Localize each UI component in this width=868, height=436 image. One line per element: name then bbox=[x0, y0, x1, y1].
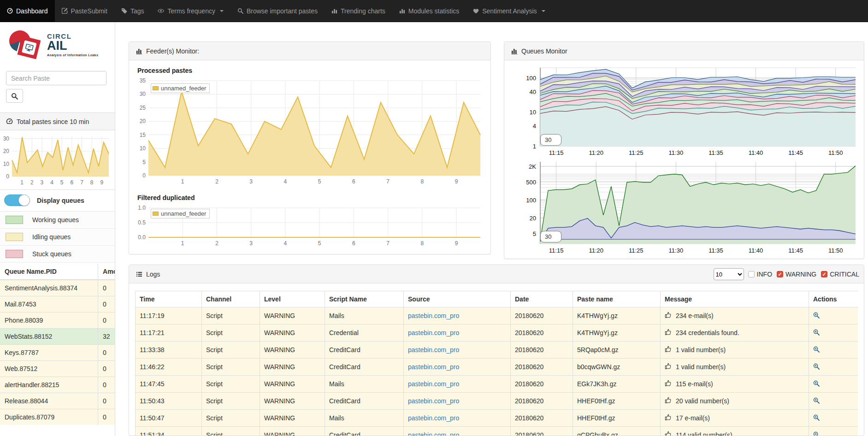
source-link[interactable]: pastebin.com_pro bbox=[408, 329, 459, 336]
search-button[interactable] bbox=[6, 89, 23, 103]
column-header-script-name: Script Name bbox=[325, 291, 404, 307]
legend-swatch bbox=[153, 86, 159, 90]
nav-item-label: PasteSubmit bbox=[71, 7, 107, 15]
search-paste-input[interactable] bbox=[6, 71, 106, 85]
column-header-paste-name: Paste name bbox=[573, 291, 661, 307]
source-link[interactable]: pastebin.com_pro bbox=[408, 312, 459, 319]
filter-label: CRITICAL bbox=[830, 271, 859, 278]
log-date-cell: 20180620 bbox=[511, 342, 573, 359]
svg-text:10: 10 bbox=[140, 145, 146, 152]
svg-text:5: 5 bbox=[60, 179, 64, 186]
nav-item-modules-statistics[interactable]: Modules statistics bbox=[392, 0, 466, 22]
svg-text:11:15: 11:15 bbox=[549, 247, 564, 254]
log-time-cell: 11:17:19 bbox=[136, 307, 202, 324]
display-queues-toggle[interactable] bbox=[4, 194, 30, 206]
log-script-cell: Mails bbox=[325, 376, 404, 393]
search-icon bbox=[237, 8, 243, 14]
log-actions-cell bbox=[809, 324, 858, 342]
filter-info[interactable]: INFO bbox=[748, 271, 772, 278]
svg-text:100: 100 bbox=[526, 197, 536, 204]
source-link[interactable]: pastebin.com_pro bbox=[408, 414, 459, 422]
nav-item-trending-charts[interactable]: Trending charts bbox=[325, 0, 392, 22]
nav-item-browse-important-pastes[interactable]: Browse important pastes bbox=[230, 0, 325, 22]
nav-item-label: Dashboard bbox=[16, 7, 48, 15]
nav-item-sentiment-analysis[interactable]: Sentiment Analysis bbox=[466, 0, 552, 22]
log-row: 11:50:43ScriptWARNINGCreditCardpastebin.… bbox=[136, 393, 858, 410]
source-link[interactable]: pastebin.com_pro bbox=[408, 397, 459, 405]
svg-text:2: 2 bbox=[215, 178, 218, 185]
search-plus-icon[interactable] bbox=[813, 381, 820, 388]
log-source-cell: pastebin.com_pro bbox=[404, 393, 511, 410]
queue-row: Keys.877870 bbox=[0, 345, 115, 361]
svg-text:10: 10 bbox=[3, 161, 10, 167]
source-link[interactable]: pastebin.com_pro bbox=[408, 346, 459, 354]
log-channel-cell: Script bbox=[202, 410, 260, 427]
column-header-source: Source bbox=[404, 291, 511, 307]
source-link[interactable]: pastebin.com_pro bbox=[408, 363, 459, 371]
legend-label: Idling queues bbox=[32, 233, 71, 241]
checkbox-info[interactable] bbox=[748, 271, 755, 277]
nav-item-pastesubmit[interactable]: PasteSubmit bbox=[55, 0, 114, 22]
log-row: 11:17:19ScriptWARNINGMailspastebin.com_p… bbox=[136, 307, 858, 324]
log-date-cell: 20180620 bbox=[511, 393, 573, 410]
source-link[interactable]: pastebin.com_pro bbox=[408, 380, 459, 388]
search-plus-icon[interactable] bbox=[813, 347, 820, 354]
svg-text:8: 8 bbox=[420, 178, 424, 185]
queues-rate-chart: 2K50010020511:1511:2011:2511:3011:3511:4… bbox=[508, 160, 861, 258]
svg-text:8: 8 bbox=[90, 179, 94, 186]
queue-row: Web.875120 bbox=[0, 361, 115, 377]
nav-item-label: Terms frequency bbox=[167, 7, 215, 15]
svg-text:25: 25 bbox=[140, 105, 146, 111]
log-paste-cell: K4THWgYj.gz bbox=[573, 307, 661, 324]
queues-panel-title: Queues Monitor bbox=[521, 47, 567, 55]
svg-text:30: 30 bbox=[140, 91, 146, 97]
svg-text:30: 30 bbox=[3, 136, 10, 142]
log-time-cell: 11:47:45 bbox=[136, 376, 202, 393]
log-row: 11:17:21ScriptWARNINGCredentialpastebin.… bbox=[136, 324, 858, 342]
nav-item-terms-frequency[interactable]: Terms frequency bbox=[151, 0, 230, 22]
svg-text:3: 3 bbox=[249, 178, 253, 185]
eye-icon bbox=[158, 8, 164, 14]
legend-item-stuck-queues: Stuck queues bbox=[0, 246, 115, 263]
source-link[interactable]: pastebin.com_pro bbox=[408, 431, 459, 436]
nav-item-dashboard[interactable]: Dashboard bbox=[0, 0, 55, 22]
queue-amount-cell: 0 bbox=[98, 377, 115, 393]
filter-critical[interactable]: ✓CRITICAL bbox=[821, 271, 859, 278]
queue-amount-cell: 0 bbox=[98, 393, 115, 409]
log-level-cell: WARNING bbox=[260, 359, 325, 376]
checkbox-critical[interactable]: ✓ bbox=[821, 271, 827, 277]
log-level-cell: WARNING bbox=[260, 307, 325, 324]
zoom-window-input-top[interactable]: 30 bbox=[540, 134, 561, 146]
search-plus-icon[interactable] bbox=[813, 415, 820, 422]
search-plus-icon[interactable] bbox=[813, 330, 820, 337]
svg-text:1.0: 1.0 bbox=[138, 205, 146, 211]
svg-text:7: 7 bbox=[386, 178, 390, 185]
checkbox-warning[interactable]: ✓ bbox=[777, 271, 783, 277]
queue-amount-header: Amount bbox=[98, 264, 115, 280]
page-size-select[interactable]: 10 bbox=[714, 268, 744, 280]
filter-warning[interactable]: ✓WARNING bbox=[777, 271, 816, 278]
log-time-cell: 11:17:21 bbox=[136, 324, 202, 342]
log-message-cell: 114 valid number(s) bbox=[661, 427, 809, 436]
thumbs-up-icon bbox=[665, 312, 672, 320]
svg-text:7: 7 bbox=[80, 179, 83, 186]
search-plus-icon[interactable] bbox=[813, 432, 820, 436]
logs-table-wrap: TimeChannelLevelScript NameSourceDatePas… bbox=[135, 291, 858, 436]
logo-art-icon bbox=[9, 29, 41, 61]
queue-amount-cell: 0 bbox=[98, 361, 115, 377]
thumbs-up-icon bbox=[665, 397, 672, 405]
bar-chart-icon bbox=[399, 8, 405, 14]
search-plus-icon[interactable] bbox=[813, 312, 820, 320]
log-row: 11:47:45ScriptWARNINGMailspastebin.com_p… bbox=[136, 376, 858, 393]
search-plus-icon[interactable] bbox=[813, 364, 820, 371]
nav-item-tags[interactable]: Tags bbox=[114, 0, 151, 22]
svg-text:6: 6 bbox=[352, 240, 355, 247]
monitor-icon bbox=[24, 43, 34, 52]
svg-text:1: 1 bbox=[181, 178, 184, 185]
search-plus-icon[interactable] bbox=[813, 398, 820, 405]
zoom-window-input-bottom[interactable]: 30 bbox=[540, 231, 561, 242]
svg-text:11:30: 11:30 bbox=[669, 149, 684, 156]
log-message-text: 115 e-mail(s) bbox=[676, 380, 713, 388]
svg-text:8: 8 bbox=[420, 240, 424, 247]
legend-swatch bbox=[6, 250, 23, 258]
